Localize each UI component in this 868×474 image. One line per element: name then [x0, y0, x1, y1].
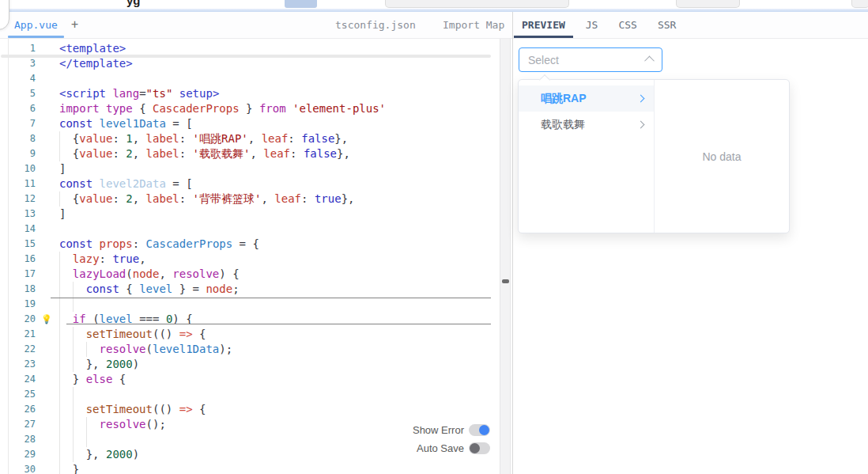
- code-line[interactable]: 26setTimeout(() => {: [9, 402, 500, 417]
- code-token: [172, 87, 179, 100]
- code-token: [286, 102, 292, 115]
- cascader-select-input[interactable]: Select: [519, 47, 662, 72]
- active-tab-underline: [8, 36, 64, 38]
- indent-guide: [86, 417, 100, 432]
- code-line[interactable]: 11const level2Data = [: [9, 176, 500, 191]
- cascader-option[interactable]: 唱跳RAP: [519, 85, 654, 112]
- code-line[interactable]: 18const { level } = node;: [9, 282, 500, 297]
- line-number: 27: [9, 417, 36, 432]
- code-token: 2000: [106, 358, 133, 370]
- editor-scrollbar[interactable]: [500, 39, 511, 474]
- code-line[interactable]: 6import type { CascaderProps } from 'ele…: [9, 101, 500, 116]
- tab-ssr[interactable]: SSR: [650, 12, 684, 36]
- code-line[interactable]: 23}, 2000): [9, 357, 500, 372]
- line-number: 6: [9, 101, 36, 116]
- folded-line-indicator[interactable]: [1, 55, 491, 58]
- code-line[interactable]: 3</template>: [9, 56, 500, 71]
- show-error-label: Show Error: [413, 424, 464, 436]
- code-token: ,: [250, 147, 263, 160]
- auto-save-toggle[interactable]: [469, 442, 490, 454]
- main-split: App.vue + tsconfig.json Import Map 1<tem…: [0, 12, 868, 474]
- code-token: setTimeout: [86, 328, 153, 340]
- code-line[interactable]: 24} else {: [9, 372, 500, 387]
- code-token: <script: [59, 87, 112, 100]
- indent-guide: [73, 387, 86, 402]
- code-token: );: [219, 343, 232, 355]
- code-token: level1Data: [100, 117, 166, 130]
- code-token: <template>: [59, 42, 126, 55]
- tab-css[interactable]: CSS: [610, 12, 644, 36]
- tab-import-map[interactable]: Import Map: [443, 12, 504, 38]
- code-token: {: [139, 102, 153, 115]
- code-token: true: [315, 192, 342, 205]
- add-file-button[interactable]: +: [66, 12, 83, 38]
- code-line[interactable]: 8{value: 1, label: '唱跳RAP', leaf: false}…: [9, 131, 500, 146]
- toggle-knob: [479, 425, 489, 435]
- indent-guide: [59, 387, 73, 402]
- header-version-fragment[interactable]: [285, 0, 317, 8]
- code-text: {value: 2, label: '载歌载舞', leaf: false},: [59, 146, 350, 161]
- code-token: node: [133, 267, 160, 280]
- code-line[interactable]: 7const level1Data = [: [9, 116, 500, 131]
- cascader-option-label: 载歌载舞: [541, 118, 585, 132]
- code-line[interactable]: 22resolve(level1Data);: [9, 342, 500, 357]
- code-line[interactable]: 12{value: 2, label: '背带裤篮球', leaf: true}…: [9, 191, 500, 207]
- header-button-fragment-2[interactable]: [851, 0, 868, 8]
- lightbulb-icon[interactable]: 💡: [41, 313, 52, 326]
- code-text: }, 2000): [59, 357, 139, 372]
- code-line[interactable]: 30}: [9, 462, 500, 474]
- code-line[interactable]: 25: [9, 387, 500, 402]
- line-number: 17: [9, 267, 36, 282]
- code-token: :: [179, 132, 193, 145]
- header-share-box-fragment[interactable]: [385, 0, 569, 8]
- editor-scrollbar-thumb[interactable]: [502, 279, 509, 283]
- indent-guide: [59, 417, 73, 432]
- indent-guide: [59, 327, 73, 342]
- indent-guide: [59, 131, 73, 146]
- indent-guide: [59, 432, 73, 447]
- code-line[interactable]: 13]: [9, 207, 500, 222]
- indent-guide: [59, 312, 73, 327]
- indent-guide: [73, 282, 86, 297]
- code-token: ((): [153, 403, 179, 415]
- code-line[interactable]: 16lazy: true,: [9, 252, 500, 267]
- select-placeholder: Select: [528, 54, 646, 66]
- code-line[interactable]: 17lazyLoad(node, resolve) {: [9, 267, 500, 282]
- tab-preview[interactable]: PREVIEW: [514, 12, 573, 38]
- code-token: },: [86, 448, 106, 461]
- code-token: from: [259, 102, 286, 115]
- cascader-option-label: 唱跳RAP: [541, 92, 587, 106]
- header-button-fragment[interactable]: [676, 0, 740, 8]
- auto-save-row: Auto Save: [417, 442, 490, 454]
- cascader-option[interactable]: 载歌载舞: [519, 112, 654, 138]
- code-token: :: [179, 192, 193, 205]
- indent-guide: [73, 342, 86, 357]
- code-token: value: [79, 192, 112, 205]
- code-token: level1Data: [153, 343, 219, 355]
- tab-tsconfig-json[interactable]: tsconfig.json: [335, 12, 416, 38]
- code-token: setup>: [179, 87, 220, 100]
- code-line[interactable]: 4: [9, 71, 500, 86]
- code-text: [59, 387, 86, 402]
- code-token: resolve: [100, 418, 146, 430]
- code-line[interactable]: 5<script lang="ts" setup>: [9, 86, 500, 101]
- code-token: }: [240, 102, 259, 115]
- code-text: ]: [59, 207, 66, 222]
- code-line[interactable]: 15const props: CascaderProps = {: [9, 237, 500, 252]
- code-line[interactable]: 9{value: 2, label: '载歌载舞', leaf: false},: [9, 146, 500, 161]
- code-line[interactable]: 19: [9, 297, 500, 312]
- code-token: :: [179, 147, 193, 160]
- tab-js[interactable]: JS: [578, 12, 606, 36]
- show-error-toggle[interactable]: [469, 424, 490, 436]
- line-number: 13: [9, 207, 36, 222]
- auto-save-label: Auto Save: [417, 442, 464, 454]
- code-token: 2: [126, 147, 132, 160]
- code-editor[interactable]: 1<template>3</template>45<script lang="t…: [0, 39, 512, 474]
- code-line[interactable]: 10]: [9, 161, 500, 176]
- code-line[interactable]: 14: [9, 222, 500, 237]
- tab-app-vue[interactable]: App.vue: [8, 12, 64, 38]
- code-line[interactable]: 21setTimeout(() => {: [9, 327, 500, 342]
- code-token: 2: [126, 192, 132, 205]
- line-number: 26: [9, 402, 36, 417]
- code-line[interactable]: 20💡if (level === 0) {: [9, 312, 500, 327]
